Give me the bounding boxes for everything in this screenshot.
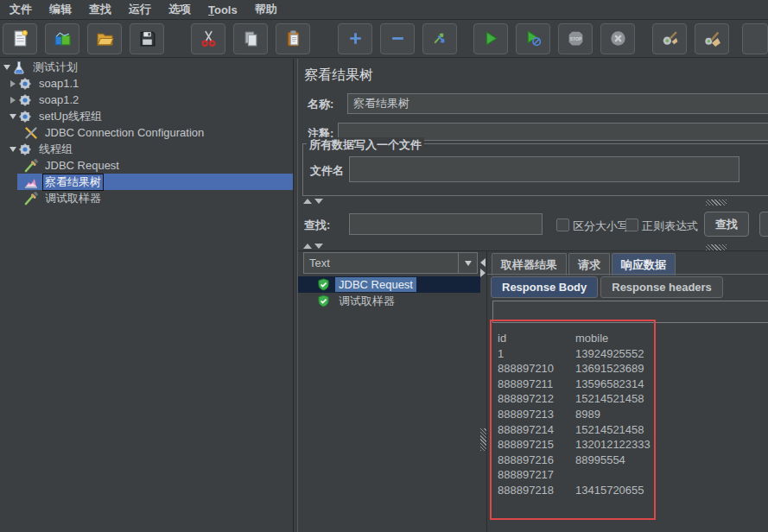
cell-id: 888897214 (498, 422, 575, 438)
results-area: Text JDBC Request调试取样器 取样器结果请求响应数据 Respo… (298, 250, 768, 532)
menu-help[interactable]: 帮助 (246, 0, 286, 20)
collapse-up-icon[interactable] (303, 199, 312, 204)
paste-button[interactable] (276, 23, 310, 54)
subtab-response-body[interactable]: Response Body (491, 276, 598, 298)
shield-check-icon (317, 294, 330, 307)
table-row: 88889721013691523689 (498, 361, 651, 377)
tree-node-thread-group[interactable]: 线程组 (0, 141, 293, 157)
stop-button[interactable]: STOP (558, 23, 593, 54)
collapse-down-icon[interactable] (314, 199, 323, 204)
toolbar: STOP (0, 20, 768, 58)
samples-tree: JDBC Request调试取样器 (298, 276, 480, 309)
expander-expanded-icon[interactable] (10, 147, 16, 152)
start-button[interactable] (473, 23, 508, 54)
regex-label: 正则表达式 (642, 218, 698, 234)
table-row: 888897217 (498, 467, 651, 483)
tree-node-soap-1-2[interactable]: soap1.2 (0, 92, 293, 108)
collapse-down-icon[interactable] (314, 244, 323, 249)
table-header-row: idmobile (498, 331, 651, 346)
tree-node-label: soap1.1 (36, 76, 81, 91)
name-input[interactable] (347, 93, 768, 114)
tab-response-data[interactable]: 响应数据 (612, 253, 676, 276)
test-plan-icon (12, 60, 26, 74)
response-table: idmobile11392492555288889721013691523689… (498, 331, 651, 498)
response-body-textfield[interactable] (492, 301, 768, 323)
tree-node-setup-thread-group[interactable]: setUp线程组 (0, 108, 293, 124)
sampler-icon (24, 159, 38, 173)
filename-input[interactable] (349, 156, 739, 182)
clear-all-button[interactable] (695, 23, 729, 54)
clear-icon (661, 29, 679, 48)
cell-id: 888897218 (498, 483, 575, 498)
save-button[interactable] (130, 23, 164, 54)
menu-options[interactable]: 选项 (160, 0, 200, 20)
samples-panel: Text JDBC Request调试取样器 (298, 251, 480, 532)
paste-icon (284, 29, 302, 48)
copy-button[interactable] (233, 23, 268, 54)
splitter-grip-icon[interactable] (706, 200, 727, 206)
reset-button-partial[interactable] (759, 212, 768, 237)
cut-icon (200, 29, 218, 48)
menu-edit[interactable]: 编辑 (41, 0, 80, 20)
tree-node-label: 线程组 (36, 141, 75, 158)
upper-horizontal-splitter[interactable] (298, 195, 768, 207)
splitter-grip-icon[interactable] (706, 244, 727, 250)
cell-mobile: 15214521458 (575, 422, 644, 438)
sample-label: JDBC Request (335, 277, 416, 292)
subtab-response-headers[interactable]: Response headers (600, 276, 723, 298)
shutdown-button[interactable] (600, 23, 635, 54)
search-input[interactable] (349, 213, 543, 235)
response-panel: 取样器结果请求响应数据 Response BodyResponse header… (486, 251, 768, 532)
expander-collapsed-icon[interactable] (10, 80, 16, 87)
menu-bar: 文件编辑查找运行选项Tools帮助 (0, 0, 768, 20)
sample-jdbc-request[interactable]: JDBC Request (298, 276, 480, 293)
cell-id: id (498, 331, 575, 346)
toggle-button[interactable] (422, 23, 457, 54)
tree-node-label: 察看结果树 (42, 174, 104, 191)
menu-search[interactable]: 查找 (80, 0, 120, 20)
new-plan-button[interactable] (3, 23, 37, 54)
cell-id: 1 (498, 346, 575, 362)
tree-node-label: 测试计划 (30, 59, 80, 76)
add-button[interactable] (338, 23, 372, 54)
tree-node-jdbc-request[interactable]: JDBC Request (0, 157, 293, 174)
open-button[interactable] (87, 23, 122, 54)
tree-node-soap-1-1[interactable]: soap1.1 (0, 75, 293, 92)
remove-button[interactable] (380, 23, 415, 54)
expander-expanded-icon[interactable] (10, 114, 16, 119)
start-no-timers-icon (524, 29, 543, 48)
start-icon (482, 29, 500, 48)
regex-checkbox[interactable] (625, 218, 638, 231)
tab-request[interactable]: 请求 (568, 253, 610, 276)
find-button[interactable]: 查找 (704, 212, 749, 237)
tree-node-debug-sampler[interactable]: 调试取样器 (0, 190, 293, 206)
chevron-down-icon[interactable] (458, 253, 477, 273)
tree-node-jdbc-connection-configuration[interactable]: JDBC Connection Configuration (0, 124, 293, 141)
collapse-up-icon[interactable] (303, 244, 312, 249)
vertical-splitter[interactable] (480, 251, 486, 532)
results-filter-dropdown[interactable]: Text (303, 252, 478, 274)
overflow-button[interactable] (742, 23, 768, 54)
case-sensitive-checkbox[interactable] (556, 218, 569, 231)
collapse-right-icon[interactable] (480, 269, 486, 277)
collapse-left-icon[interactable] (480, 258, 486, 267)
shield-check-icon (317, 278, 330, 291)
menu-file[interactable]: 文件 (1, 0, 41, 20)
cut-button[interactable] (191, 23, 225, 54)
cell-mobile: 13924925552 (575, 346, 644, 362)
templates-button[interactable] (45, 23, 79, 54)
menu-tools[interactable]: Tools (200, 1, 246, 19)
expander-collapsed-icon[interactable] (10, 97, 16, 104)
sample-label: 调试取样器 (335, 293, 398, 310)
tree-node-test-plan[interactable]: 测试计划 (0, 59, 293, 75)
tree-node-view-results-tree[interactable]: 察看结果树 (0, 174, 293, 190)
table-row: 88889721215214521458 (498, 391, 651, 407)
clear-all-icon (703, 29, 721, 48)
menu-run[interactable]: 运行 (120, 0, 160, 20)
splitter-grip-icon[interactable] (480, 428, 486, 451)
start-no-timers-button[interactable] (516, 23, 550, 54)
clear-button[interactable] (652, 23, 687, 54)
sample-debug-sampler[interactable]: 调试取样器 (298, 293, 480, 309)
tab-sampler-result[interactable]: 取样器结果 (492, 253, 567, 276)
expander-expanded-icon[interactable] (3, 65, 10, 70)
